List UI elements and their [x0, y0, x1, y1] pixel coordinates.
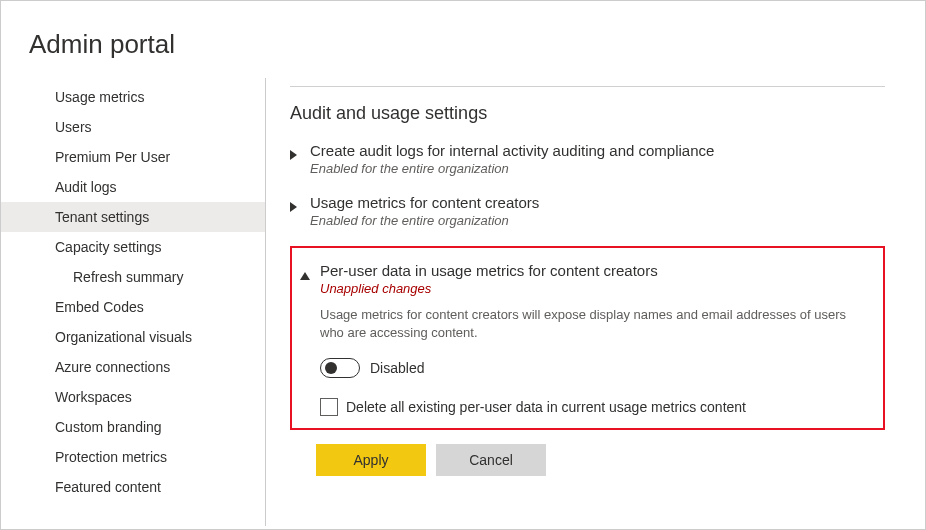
- toggle-knob: [325, 362, 337, 374]
- cancel-button[interactable]: Cancel: [436, 444, 546, 476]
- page-title: Admin portal: [1, 1, 925, 78]
- sidebar-item-azure-connections[interactable]: Azure connections: [1, 352, 265, 382]
- checkbox-row: Delete all existing per-user data in cur…: [320, 398, 871, 416]
- sidebar-item-usage-metrics[interactable]: Usage metrics: [1, 82, 265, 112]
- setting-title: Per-user data in usage metrics for conte…: [320, 262, 871, 279]
- setting-per-user-data-highlight: Per-user data in usage metrics for conte…: [290, 246, 885, 430]
- sidebar-item-workspaces[interactable]: Workspaces: [1, 382, 265, 412]
- sidebar-item-refresh-summary[interactable]: Refresh summary: [1, 262, 265, 292]
- sidebar-item-organizational-visuals[interactable]: Organizational visuals: [1, 322, 265, 352]
- button-row: Apply Cancel: [316, 444, 885, 476]
- setting-status: Enabled for the entire organization: [310, 213, 539, 228]
- sidebar-item-embed-codes[interactable]: Embed Codes: [1, 292, 265, 322]
- setting-audit-logs[interactable]: Create audit logs for internal activity …: [290, 142, 885, 176]
- main-content: Audit and usage settings Create audit lo…: [266, 78, 925, 526]
- chevron-down-icon[interactable]: [300, 266, 310, 416]
- sidebar-item-tenant-settings[interactable]: Tenant settings: [1, 202, 265, 232]
- chevron-right-icon: [290, 198, 300, 216]
- sidebar-item-featured-content[interactable]: Featured content: [1, 472, 265, 502]
- checkbox-label: Delete all existing per-user data in cur…: [346, 399, 746, 415]
- unapplied-badge: Unapplied changes: [320, 281, 871, 296]
- sidebar-item-capacity-settings[interactable]: Capacity settings: [1, 232, 265, 262]
- setting-status: Enabled for the entire organization: [310, 161, 714, 176]
- apply-button[interactable]: Apply: [316, 444, 426, 476]
- setting-usage-metrics-creators[interactable]: Usage metrics for content creators Enabl…: [290, 194, 885, 228]
- sidebar-item-audit-logs[interactable]: Audit logs: [1, 172, 265, 202]
- delete-data-checkbox[interactable]: [320, 398, 338, 416]
- sidebar-item-custom-branding[interactable]: Custom branding: [1, 412, 265, 442]
- sidebar: Usage metrics Users Premium Per User Aud…: [1, 78, 266, 526]
- setting-description: Usage metrics for content creators will …: [320, 306, 871, 342]
- toggle-row: Disabled: [320, 358, 871, 378]
- sidebar-item-protection-metrics[interactable]: Protection metrics: [1, 442, 265, 472]
- enable-toggle[interactable]: [320, 358, 360, 378]
- svg-marker-2: [300, 272, 310, 280]
- divider: [290, 86, 885, 87]
- setting-title: Create audit logs for internal activity …: [310, 142, 714, 159]
- sidebar-item-users[interactable]: Users: [1, 112, 265, 142]
- sidebar-item-premium-per-user[interactable]: Premium Per User: [1, 142, 265, 172]
- toggle-label: Disabled: [370, 360, 424, 376]
- chevron-right-icon: [290, 146, 300, 164]
- layout: Usage metrics Users Premium Per User Aud…: [1, 78, 925, 526]
- svg-marker-1: [290, 202, 297, 212]
- section-title: Audit and usage settings: [290, 103, 885, 124]
- setting-title: Usage metrics for content creators: [310, 194, 539, 211]
- svg-marker-0: [290, 150, 297, 160]
